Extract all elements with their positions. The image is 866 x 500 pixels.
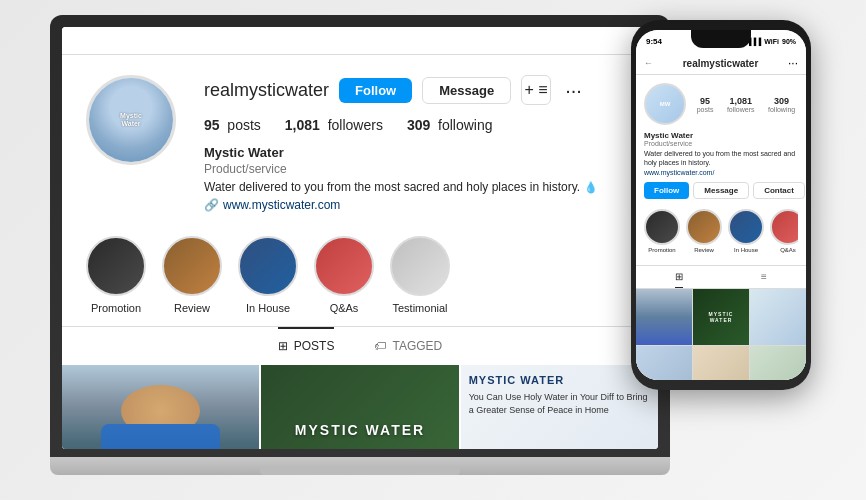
story-label-qa: Q&As: [330, 302, 359, 314]
ig-m-bio-name: Mystic Water: [644, 131, 798, 140]
ig-m-contact-button[interactable]: Contact: [753, 182, 805, 199]
post-1[interactable]: [62, 365, 259, 449]
ig-m-bio-text: Water delivered to you from the most sac…: [644, 149, 798, 167]
ig-m-more-icon[interactable]: ···: [788, 56, 798, 70]
following-stat: 309 following: [407, 117, 493, 133]
laptop-base-body: [50, 457, 670, 475]
more-options-button[interactable]: ···: [561, 79, 586, 102]
ig-m-cell-1[interactable]: [636, 289, 692, 345]
ig-m-message-button[interactable]: Message: [693, 182, 749, 199]
ig-m-story-circle-inhouse: [728, 209, 764, 245]
ig-m-story-label-promotion: Promotion: [648, 247, 675, 253]
tab-posts[interactable]: ⊞ POSTS: [278, 327, 335, 363]
ig-m-story-label-qa: Q&As: [780, 247, 796, 253]
bio-text: Water delivered to you from the most sac…: [204, 180, 634, 194]
phone-screen: 9:54 ▐▐▐ WiFi 90% ← realmysticwater ···: [636, 30, 806, 380]
ig-avatar: MysticWater: [86, 75, 176, 165]
story-item-promotion[interactable]: Promotion: [86, 236, 146, 314]
post3-body: You Can Use Holy Water in Your Diff to B…: [469, 391, 650, 416]
tab-tagged[interactable]: 🏷 TAGGED: [374, 327, 442, 363]
ig-m-posts-stat: 95 posts: [697, 96, 714, 113]
back-arrow-icon[interactable]: ←: [644, 58, 653, 68]
avatar-image: MysticWater: [89, 78, 173, 162]
phone-outer: 9:54 ▐▐▐ WiFi 90% ← realmysticwater ···: [631, 20, 811, 390]
bio-type: Product/service: [204, 162, 634, 176]
ig-m-username: realmysticwater: [683, 58, 759, 69]
add-user-button[interactable]: + ≡: [521, 75, 551, 105]
laptop: MysticWater realmysticwater Follow Messa…: [50, 15, 670, 475]
wifi-icon: WiFi: [764, 38, 779, 45]
ig-m-story-qa[interactable]: Q&As: [770, 209, 798, 253]
ig-m-cell-5[interactable]: [693, 346, 749, 380]
laptop-screen-outer: MysticWater realmysticwater Follow Messa…: [50, 15, 670, 457]
story-circle-review: [162, 236, 222, 296]
message-button[interactable]: Message: [422, 77, 511, 104]
ig-m-story-circle-qa: [770, 209, 798, 245]
story-item-testimonial[interactable]: Testimonial: [390, 236, 450, 314]
ig-m-tabs: ⊞ ≡: [636, 265, 806, 289]
phone-status-right: ▐▐▐ WiFi 90%: [746, 38, 796, 45]
story-item-review[interactable]: Review: [162, 236, 222, 314]
ig-m-following-stat: 309 following: [768, 96, 795, 113]
ig-m-story-circle-promotion: [644, 209, 680, 245]
follow-button[interactable]: Follow: [339, 78, 412, 103]
post2-title: MYSTIC WATER: [295, 422, 425, 438]
story-circle-promotion: [86, 236, 146, 296]
ig-profile-info: realmysticwater Follow Message + ≡ ··· 9…: [204, 75, 634, 212]
ig-m-top-row: MW 95 posts 1,081 followers: [644, 83, 798, 125]
ig-m-story-circle-review: [686, 209, 722, 245]
ig-m-action-row: Follow Message Contact +: [644, 182, 798, 199]
ig-m-follow-button[interactable]: Follow: [644, 182, 689, 199]
ig-m-stories: Promotion Review In House: [644, 205, 798, 257]
ig-m-followers-stat: 1,081 followers: [727, 96, 755, 113]
bio-name: Mystic Water: [204, 145, 634, 160]
posts-stat: 95 posts: [204, 117, 261, 133]
story-label-testimonial: Testimonial: [392, 302, 447, 314]
post-3[interactable]: MYSTIC WATER You Can Use Holy Water in Y…: [461, 365, 658, 449]
laptop-screen: MysticWater realmysticwater Follow Messa…: [62, 27, 658, 449]
ig-m-story-promotion[interactable]: Promotion: [644, 209, 680, 253]
ig-m-cell-2[interactable]: MYSTICWATER: [693, 289, 749, 345]
ig-m-story-review[interactable]: Review: [686, 209, 722, 253]
ig-m-profile-section: MW 95 posts 1,081 followers: [636, 75, 806, 265]
story-label-inhouse: In House: [246, 302, 290, 314]
ig-m-bio-link[interactable]: www.mysticwater.com/: [644, 169, 798, 176]
laptop-foot: [260, 467, 460, 475]
story-item-qa[interactable]: Q&As: [314, 236, 374, 314]
story-circle-inhouse: [238, 236, 298, 296]
ig-m-tab-grid[interactable]: ⊞: [675, 266, 683, 288]
ig-profile-area: MysticWater realmysticwater Follow Messa…: [62, 55, 658, 224]
followers-stat: 1,081 followers: [285, 117, 383, 133]
story-item-inhouse[interactable]: In House: [238, 236, 298, 314]
ig-m-header: ← realmysticwater ···: [636, 52, 806, 75]
ig-tabs-row: ⊞ POSTS 🏷 TAGGED: [62, 326, 658, 363]
ig-posts-grid: MYSTIC WATER MYSTIC WATER You Can Use Ho…: [62, 363, 658, 449]
ig-m-story-label-review: Review: [694, 247, 714, 253]
ig-m-tab-list[interactable]: ≡: [761, 266, 767, 288]
ig-avatar-wrap: MysticWater: [86, 75, 176, 212]
ig-m-avatar: MW: [644, 83, 686, 125]
ig-username: realmysticwater: [204, 80, 329, 101]
ig-m-cell-4[interactable]: [636, 346, 692, 380]
post-2[interactable]: MYSTIC WATER: [261, 365, 458, 449]
ig-m-cell-6[interactable]: [750, 346, 806, 380]
ig-m-bio-type: Product/service: [644, 140, 798, 147]
ig-m-story-label-inhouse: In House: [734, 247, 758, 253]
scene: MysticWater realmysticwater Follow Messa…: [0, 0, 866, 500]
story-label-promotion: Promotion: [91, 302, 141, 314]
phone: 9:54 ▐▐▐ WiFi 90% ← realmysticwater ···: [631, 20, 811, 390]
phone-notch: [691, 30, 751, 48]
ig-m-stats: 95 posts 1,081 followers 309 following: [694, 96, 798, 113]
bio-link[interactable]: 🔗 www.mysticwater.com: [204, 198, 634, 212]
ig-m-cell-2-text: MYSTICWATER: [709, 311, 734, 323]
phone-time: 9:54: [646, 37, 662, 46]
ig-m-cell-3[interactable]: [750, 289, 806, 345]
story-circle-qa: [314, 236, 374, 296]
ig-m-story-inhouse[interactable]: In House: [728, 209, 764, 253]
story-label-review: Review: [174, 302, 210, 314]
ig-m-grid: MYSTICWATER: [636, 289, 806, 380]
ig-username-row: realmysticwater Follow Message + ≡ ···: [204, 75, 634, 105]
ig-stats-row: 95 posts 1,081 followers 309 following: [204, 117, 634, 133]
water-drop-icon: 💧: [584, 181, 598, 194]
post3-title: MYSTIC WATER: [469, 373, 650, 387]
